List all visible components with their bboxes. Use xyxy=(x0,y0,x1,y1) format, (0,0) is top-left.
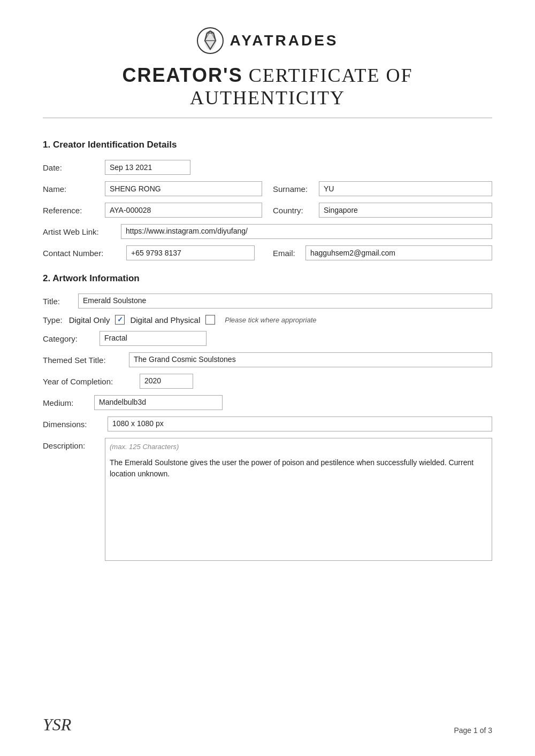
name-group: Name: SHENG RONG xyxy=(43,181,262,196)
type-option2-checkbox[interactable] xyxy=(205,315,215,325)
date-row: Date: Sep 13 2021 xyxy=(43,160,492,175)
description-box[interactable]: (max. 125 Characters) The Emerald Soulst… xyxy=(105,438,492,561)
year-input[interactable]: 2020 xyxy=(140,374,193,389)
surname-label: Surname: xyxy=(273,184,316,194)
year-row: Year of Completion: 2020 xyxy=(43,374,492,389)
dimensions-label: Dimensions: xyxy=(43,420,104,429)
footer: YSR Page 1 of 3 xyxy=(43,715,492,735)
artist-web-row: Artist Web Link: https://www.instagram.c… xyxy=(43,224,492,239)
medium-input[interactable]: Mandelbulb3d xyxy=(94,395,223,410)
logo-area: AYATRADES xyxy=(196,27,338,55)
type-label: Type: xyxy=(43,315,63,325)
name-row: Name: SHENG RONG Surname: YU xyxy=(43,181,492,196)
artwork-title-label: Title: xyxy=(43,297,75,306)
reference-country-cols: Reference: AYA-000028 Country: Singapore xyxy=(43,203,492,218)
email-input[interactable]: hagguhsem2@gmail.com xyxy=(305,245,492,260)
section2-title: 2. Artwork Information xyxy=(43,273,492,284)
description-label: Description: xyxy=(43,438,102,450)
name-input[interactable]: SHENG RONG xyxy=(105,181,262,196)
type-option1-checkbox[interactable] xyxy=(115,315,125,325)
year-label: Year of Completion: xyxy=(43,377,136,386)
category-input[interactable]: Fractal xyxy=(100,331,207,346)
category-label: Category: xyxy=(43,334,96,343)
contact-input[interactable]: +65 9793 8137 xyxy=(126,245,255,260)
contact-row: Contact Number: +65 9793 8137 Email: hag… xyxy=(43,245,492,260)
type-option1-label: Digital Only xyxy=(69,315,110,325)
artwork-title-row: Title: Emerald Soulstone xyxy=(43,294,492,308)
themed-label: Themed Set Title: xyxy=(43,356,126,365)
category-row: Category: Fractal xyxy=(43,331,492,346)
country-input[interactable]: Singapore xyxy=(319,203,492,218)
reference-row: Reference: AYA-000028 Country: Singapore xyxy=(43,203,492,218)
date-label: Date: xyxy=(43,163,102,172)
themed-row: Themed Set Title: The Grand Cosmic Souls… xyxy=(43,352,492,367)
medium-row: Medium: Mandelbulb3d xyxy=(43,395,492,410)
country-label: Country: xyxy=(273,206,316,215)
themed-input[interactable]: The Grand Cosmic Soulstones xyxy=(129,352,492,367)
section2: 2. Artwork Information Title: Emerald So… xyxy=(43,273,492,561)
signature: YSR xyxy=(43,715,71,735)
name-surname-cols: Name: SHENG RONG Surname: YU xyxy=(43,181,492,196)
type-option2-label: Digital and Physical xyxy=(130,315,200,325)
header: AYATRADES CREATOR'S CERTIFICATE OF AUTHE… xyxy=(43,21,492,134)
description-row: Description: (max. 125 Characters) The E… xyxy=(43,438,492,561)
reference-label: Reference: xyxy=(43,206,102,215)
medium-label: Medium: xyxy=(43,398,91,407)
country-group: Country: Singapore xyxy=(273,203,492,218)
email-label: Email: xyxy=(273,249,302,258)
cert-title-bold: CREATOR'S xyxy=(122,64,242,86)
description-hint: (max. 125 Characters) xyxy=(110,443,487,451)
tick-note: Please tick where appropriate xyxy=(225,316,316,324)
surname-group: Surname: YU xyxy=(273,181,492,196)
date-input[interactable]: Sep 13 2021 xyxy=(105,160,190,175)
section1-title: 1. Creator Identification Details xyxy=(43,140,492,150)
artwork-title-input[interactable]: Emerald Soulstone xyxy=(78,294,492,308)
description-text: The Emerald Soulstone gives the user the… xyxy=(110,457,487,480)
reference-group: Reference: AYA-000028 xyxy=(43,203,262,218)
artist-web-label: Artist Web Link: xyxy=(43,227,118,236)
surname-input[interactable]: YU xyxy=(319,181,492,196)
logo-icon xyxy=(196,27,224,55)
email-group: Email: hagguhsem2@gmail.com xyxy=(273,245,492,260)
logo-text: AYATRADES xyxy=(230,32,338,49)
contact-label: Contact Number: xyxy=(43,249,123,258)
reference-input[interactable]: AYA-000028 xyxy=(105,203,262,218)
artist-web-input[interactable]: https://www.instagram.com/diyufang/ xyxy=(121,224,492,239)
dimensions-row: Dimensions: 1080 x 1080 px xyxy=(43,416,492,431)
page-number: Page 1 of 3 xyxy=(454,726,492,735)
contact-group: Contact Number: +65 9793 8137 xyxy=(43,245,262,260)
cert-title: CREATOR'S CERTIFICATE OF AUTHENTICITY xyxy=(43,64,492,109)
dimensions-input[interactable]: 1080 x 1080 px xyxy=(108,416,492,431)
title-divider xyxy=(43,118,492,118)
contact-email-cols: Contact Number: +65 9793 8137 Email: hag… xyxy=(43,245,492,260)
name-label: Name: xyxy=(43,184,102,194)
type-row: Type: Digital Only Digital and Physical … xyxy=(43,315,492,325)
page: AYATRADES CREATOR'S CERTIFICATE OF AUTHE… xyxy=(0,0,535,756)
